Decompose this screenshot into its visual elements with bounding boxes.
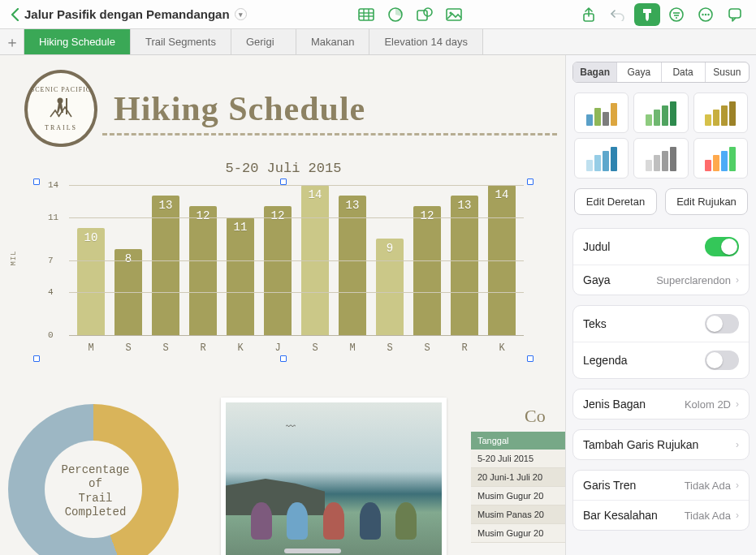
tab-gerigi[interactable]: Gerigi xyxy=(231,29,296,54)
bar-value-label: 10 xyxy=(77,231,104,244)
row-tambah-garis-rujukan[interactable]: Tambah Garis Rujukan › xyxy=(573,430,749,459)
chart-title: 5-20 Juli 2015 xyxy=(36,161,531,176)
insert-group xyxy=(352,3,469,26)
row-gaya[interactable]: Gaya Superclarendon› xyxy=(573,265,749,295)
x-tick: J xyxy=(259,342,296,354)
page-title: Hiking Schedule xyxy=(114,89,365,128)
x-tick: S xyxy=(408,342,446,354)
dashed-rule xyxy=(102,133,557,136)
x-tick: S xyxy=(147,342,184,354)
chart-style-6[interactable] xyxy=(693,138,748,179)
chart-style-3[interactable] xyxy=(693,92,748,133)
x-axis-ticks: MSSRKJSMSSRK xyxy=(69,342,524,354)
filter-icon[interactable] xyxy=(663,3,689,26)
svg-point-7 xyxy=(424,8,432,16)
document-title-text: Jalur Pasifik dengan Pemandangan xyxy=(24,7,230,21)
insert-shape-icon[interactable] xyxy=(412,3,438,26)
inspector-tab-data[interactable]: Data xyxy=(662,62,706,82)
x-tick: K xyxy=(222,342,259,354)
toggle-judul[interactable] xyxy=(705,237,739,256)
document-title-dropdown-icon[interactable]: ▾ xyxy=(235,8,247,20)
format-brush-icon[interactable] xyxy=(634,3,660,26)
svg-point-11 xyxy=(670,8,683,21)
edit-series-button[interactable]: Edit Deretan xyxy=(574,188,657,215)
tab-elevation[interactable]: Elevation 14 days xyxy=(369,29,483,54)
insert-chart-icon[interactable] xyxy=(382,3,408,26)
bar-chart[interactable]: 5-20 Juli 2015 MIL 108131211121413912131… xyxy=(36,161,531,404)
table-row[interactable]: 5-20 Juli 2015 xyxy=(471,450,565,468)
row-label: Bar Kesalahan xyxy=(583,509,658,522)
tab-label: Gerigi xyxy=(246,36,274,48)
undo-icon[interactable] xyxy=(605,3,631,26)
svg-rect-0 xyxy=(359,9,374,20)
table-row[interactable]: Musim Gugur 20 xyxy=(471,524,565,543)
row-label: Tambah Garis Rujukan xyxy=(583,438,698,451)
chart-style-1[interactable] xyxy=(574,92,629,133)
y-tick: 7 xyxy=(48,256,54,265)
row-label: Gaya xyxy=(583,273,610,286)
right-tool-group xyxy=(574,3,750,26)
x-tick: K xyxy=(483,342,521,354)
row-teks[interactable]: Teks xyxy=(573,306,749,342)
tab-hiking-schedule[interactable]: Hiking Schedule xyxy=(24,29,131,54)
format-inspector: Bagan Gaya Data Susun xyxy=(565,55,756,555)
home-indicator xyxy=(284,549,341,553)
chart-style-4[interactable] xyxy=(574,138,629,179)
more-icon[interactable] xyxy=(693,3,719,26)
chevron-right-icon: › xyxy=(736,439,739,450)
bar[interactable]: 10 xyxy=(77,228,104,335)
table-row[interactable]: Musim Panas 20 xyxy=(471,506,565,524)
row-judul[interactable]: Judul xyxy=(573,229,749,265)
x-tick: S xyxy=(296,342,334,354)
chart-plot-area: 1081312111214139121314 0471114 xyxy=(69,185,524,336)
bar-value-label: 14 xyxy=(488,188,515,201)
row-jenis-bagan[interactable]: Jenis Bagan Kolom 2D› xyxy=(573,389,749,419)
donut-chart[interactable]: PercentageofTrailCompleted xyxy=(8,404,183,555)
bar[interactable]: 12 xyxy=(413,206,440,335)
chart-style-2[interactable] xyxy=(633,92,688,133)
bar-value-label: 12 xyxy=(413,209,440,222)
tab-makanan[interactable]: Makanan xyxy=(296,29,369,54)
row-legenda[interactable]: Legenda xyxy=(573,342,749,378)
insert-table-icon[interactable] xyxy=(353,3,379,26)
svg-point-16 xyxy=(702,13,703,15)
back-button[interactable] xyxy=(6,8,23,21)
row-label: Judul xyxy=(583,240,610,253)
bar-value-label: 8 xyxy=(114,252,141,265)
bar[interactable]: 12 xyxy=(264,206,291,335)
inspector-tab-bagan[interactable]: Bagan xyxy=(573,62,617,82)
add-sheet-button[interactable]: ＋ xyxy=(0,29,24,54)
bar-value-label: 11 xyxy=(227,221,253,234)
chevron-right-icon: › xyxy=(736,510,739,521)
chart-style-5[interactable] xyxy=(633,138,688,179)
comment-icon[interactable] xyxy=(722,3,748,26)
insert-media-icon[interactable] xyxy=(441,3,467,26)
bar[interactable]: 12 xyxy=(189,206,216,335)
photo-card[interactable]: 〰 xyxy=(221,398,447,555)
sheet-canvas[interactable]: SCENIC PACIFIC TRAILS Hiking Schedule 5-… xyxy=(0,55,565,555)
row-garis-tren[interactable]: Garis Tren Tidak Ada› xyxy=(573,471,749,501)
toggle-legenda[interactable] xyxy=(705,351,739,370)
bar-value-label: 13 xyxy=(451,199,477,212)
bar-value-label: 13 xyxy=(339,199,365,212)
bar[interactable]: 9 xyxy=(376,239,403,335)
row-bar-kesalahan[interactable]: Bar Kesalahan Tidak Ada› xyxy=(573,501,749,530)
edit-references-button[interactable]: Edit Rujukan xyxy=(665,188,748,215)
table-row[interactable]: 20 Juni-1 Juli 20 xyxy=(471,468,565,487)
inspector-tab-susun[interactable]: Susun xyxy=(706,62,749,82)
sheet-tabs: ＋ Hiking Schedule Trail Segments Gerigi … xyxy=(0,29,756,55)
x-tick: M xyxy=(72,342,110,354)
mini-table[interactable]: Co Tanggal 5-20 Juli 201520 Juni-1 Juli … xyxy=(471,406,565,543)
photo-image: 〰 xyxy=(226,402,442,555)
row-label: Jenis Bagan xyxy=(583,398,646,411)
document-title[interactable]: Jalur Pasifik dengan Pemandangan ▾ xyxy=(24,7,247,21)
bar[interactable]: 11 xyxy=(227,217,253,335)
toggle-teks[interactable] xyxy=(705,314,739,333)
share-icon[interactable] xyxy=(576,3,602,26)
y-tick: 14 xyxy=(48,180,58,190)
y-tick: 11 xyxy=(48,213,58,222)
tab-trail-segments[interactable]: Trail Segments xyxy=(131,29,231,54)
table-row[interactable]: Musim Gugur 20 xyxy=(471,487,565,506)
tab-label: Elevation 14 days xyxy=(384,36,468,48)
inspector-tab-gaya[interactable]: Gaya xyxy=(617,62,661,82)
